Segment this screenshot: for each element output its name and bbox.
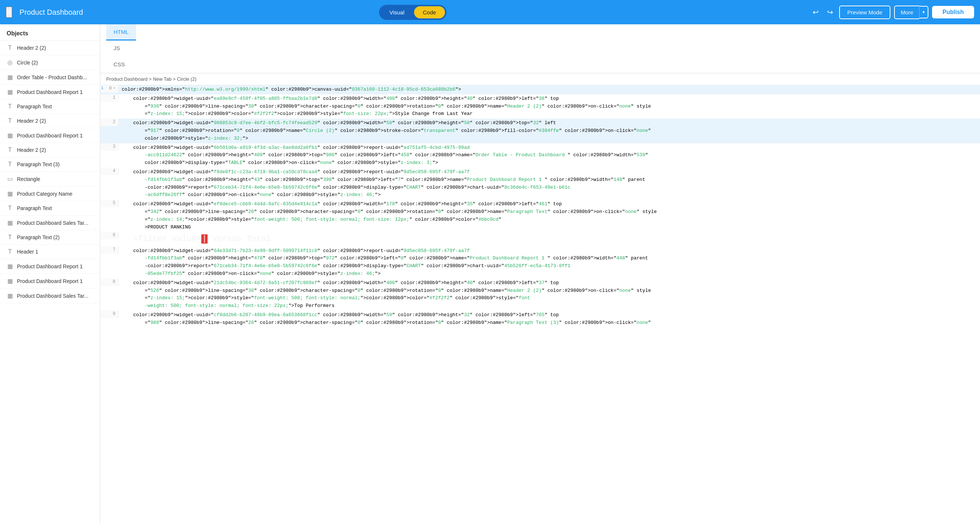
line-number: 0 bbox=[105, 86, 112, 91]
preview-mode-button[interactable]: Preview Mode bbox=[839, 6, 890, 19]
sidebar-item-paragraph-text-3[interactable]: TParagraph Text (3) bbox=[0, 157, 100, 172]
content-area: HTMLJSCSS Product Dashboard > New Tab > … bbox=[100, 24, 980, 524]
table-icon: ▦ bbox=[6, 263, 13, 270]
sidebar-item-label: Header 1 bbox=[17, 249, 38, 255]
visual-toggle-btn[interactable]: Visual bbox=[380, 6, 413, 18]
line-info-icon: i bbox=[101, 86, 103, 90]
more-button[interactable]: More bbox=[894, 6, 919, 19]
line-number: 9 bbox=[109, 311, 115, 316]
text-icon: T bbox=[6, 248, 13, 255]
topbar: ≡ Product Dashboard Visual Code ↩ ↪ Prev… bbox=[0, 0, 980, 24]
sidebar-item-label: Product Dashboard Sales Tar... bbox=[17, 293, 89, 299]
shape-icon: ◎ bbox=[6, 59, 13, 66]
sidebar-item-paragraph-text-2b[interactable]: TParagraph Text (2) bbox=[0, 230, 100, 245]
sidebar-item-label: Paragraph Text bbox=[17, 205, 52, 211]
sidebar-item-paragraph-text[interactable]: TParagraph Text bbox=[0, 100, 100, 114]
line-content-0: color:#2980b9">xmlns="http://www.w3.org/… bbox=[119, 85, 980, 94]
sidebar-item-header2-2[interactable]: THeader 2 (2) bbox=[0, 41, 100, 55]
sidebar-item-product-sales[interactable]: ▦Product Dashboard Sales Tar... bbox=[0, 216, 100, 230]
code-line-9[interactable]: 9 color:#2980b9">widget-uuid="cf8dd2b6-b… bbox=[100, 311, 980, 327]
tab-html[interactable]: HTML bbox=[106, 24, 136, 41]
sidebar-item-label: Product Dashboard Report 1 bbox=[17, 278, 83, 284]
line-number: 4 bbox=[109, 168, 115, 173]
sidebar-item-label: Product Dashboard Report 1 bbox=[17, 133, 83, 138]
shape-icon: ▭ bbox=[6, 175, 13, 183]
code-line-3[interactable]: 3 color:#2980b9">widget-uuid="6b501d0a-a… bbox=[100, 143, 980, 168]
sidebar-header: Objects bbox=[0, 24, 100, 41]
text-icon: T bbox=[6, 234, 13, 241]
code-line-6[interactable]: 6 <filter value>| Versus Total bbox=[100, 232, 980, 246]
publish-button[interactable]: Publish bbox=[932, 6, 974, 18]
sidebar-item-product-dashboard-3[interactable]: ▦Product Dashboard Report 1 bbox=[0, 259, 100, 274]
more-chevron-button[interactable]: ▾ bbox=[919, 6, 928, 18]
sidebar-item-order-table[interactable]: ▦Order Table - Product Dashb... bbox=[0, 70, 100, 85]
code-line-0[interactable]: i0▾color:#2980b9">xmlns="http://www.w3.o… bbox=[100, 85, 980, 94]
line-content-6: <filter value>| Versus Total bbox=[119, 232, 980, 246]
table-icon: ▦ bbox=[6, 219, 13, 226]
sidebar-item-product-dashboard-4[interactable]: ▦Product Dashboard Report 1 bbox=[0, 274, 100, 289]
code-toggle-btn[interactable]: Code bbox=[414, 6, 445, 18]
code-line-5[interactable]: 5 color:#2980b9">widget-uuid="ef8dece5-c… bbox=[100, 200, 980, 232]
sidebar-item-label: Product Dashboard Report 1 bbox=[17, 264, 83, 269]
code-line-2[interactable]: 2 color:#2980b9">widget-uuid="908853c9-d… bbox=[100, 119, 980, 143]
text-icon: T bbox=[6, 44, 13, 51]
sidebar-item-product-category[interactable]: ▦Product Category Name bbox=[0, 186, 100, 201]
text-icon: T bbox=[6, 161, 13, 168]
sidebar-item-label: Product Dashboard Report 1 bbox=[17, 89, 83, 95]
redo-button[interactable]: ↪ bbox=[825, 6, 835, 19]
line-number: 6 bbox=[109, 232, 115, 238]
line-expand-icon[interactable]: ▾ bbox=[113, 86, 115, 90]
line-content-8: color:#2980b9">widget-uuid="21dc54bc-936… bbox=[119, 279, 980, 311]
tab-css[interactable]: CSS bbox=[106, 57, 136, 73]
tab-js[interactable]: JS bbox=[106, 41, 136, 57]
sidebar-item-header2-2b[interactable]: THeader 2 (2) bbox=[0, 114, 100, 128]
line-gutter-2: 2 bbox=[100, 119, 119, 126]
line-number: 1 bbox=[109, 95, 115, 100]
sidebar-item-label: Product Dashboard Sales Tar... bbox=[17, 220, 89, 226]
sidebar-item-rectangle[interactable]: ▭Rectangle bbox=[0, 172, 100, 186]
line-number: 8 bbox=[109, 279, 115, 284]
line-number: 3 bbox=[109, 144, 115, 149]
main-layout: Objects THeader 2 (2)◎Circle (2)▦Order T… bbox=[0, 24, 980, 524]
sidebar: Objects THeader 2 (2)◎Circle (2)▦Order T… bbox=[0, 24, 100, 524]
tabs-bar: HTMLJSCSS bbox=[100, 24, 980, 73]
sidebar-item-product-sales-tar[interactable]: ▦Product Dashboard Sales Tar... bbox=[0, 289, 100, 303]
more-group: More ▾ bbox=[894, 6, 928, 19]
line-content-9: color:#2980b9">widget-uuid="cf8dd2b6-b20… bbox=[119, 311, 980, 327]
menu-icon[interactable]: ≡ bbox=[6, 6, 12, 18]
sidebar-item-circle-2[interactable]: ◎Circle (2) bbox=[0, 55, 100, 70]
line-number: 5 bbox=[109, 200, 115, 206]
sidebar-item-label: Header 2 (2) bbox=[17, 118, 46, 124]
text-icon: T bbox=[6, 103, 13, 110]
sidebar-item-paragraph-text-2[interactable]: TParagraph Text bbox=[0, 201, 100, 216]
sidebar-item-header2-2c[interactable]: THeader 2 (2) bbox=[0, 143, 100, 157]
table-icon: ▦ bbox=[6, 292, 13, 299]
sidebar-item-label: Product Category Name bbox=[17, 191, 72, 197]
text-icon: T bbox=[6, 118, 13, 124]
table-icon: ▦ bbox=[6, 278, 13, 284]
table-icon: ▦ bbox=[6, 190, 13, 197]
text-icon: T bbox=[6, 147, 13, 153]
code-line-7[interactable]: 7 color:#2980b9">widget-uuid="64e33d71-7… bbox=[100, 246, 980, 279]
sidebar-item-product-dashboard-1[interactable]: ▦Product Dashboard Report 1 bbox=[0, 85, 100, 100]
breadcrumb: Product Dashboard > New Tab > Circle (2) bbox=[100, 73, 980, 85]
line-content-3: color:#2980b9">widget-uuid="6b501d0a-a91… bbox=[119, 143, 980, 168]
sidebar-item-label: Header 2 (2) bbox=[17, 45, 46, 51]
code-line-8[interactable]: 8 color:#2980b9">widget-uuid="21dc54bc-9… bbox=[100, 279, 980, 311]
line-number: 7 bbox=[109, 247, 115, 252]
line-gutter-7: 7 bbox=[100, 246, 119, 254]
sidebar-item-product-dashboard-2[interactable]: ▦Product Dashboard Report 1 bbox=[0, 128, 100, 143]
sidebar-item-label: Rectangle bbox=[17, 176, 40, 182]
line-gutter-5: 5 bbox=[100, 200, 119, 207]
sidebar-item-label: Paragraph Text (2) bbox=[17, 234, 60, 240]
code-line-1[interactable]: 1 color:#2980b9">widget-uuid="ea89e9cf-4… bbox=[100, 94, 980, 119]
page-title: Product Dashboard bbox=[19, 8, 375, 17]
line-gutter-6: 6 bbox=[100, 232, 119, 239]
line-content-5: color:#2980b9">widget-uuid="ef8dece5-cbb… bbox=[119, 200, 980, 232]
code-line-4[interactable]: 4 color:#2980b9">widget-uuid="f8de0f1c-c… bbox=[100, 168, 980, 200]
sidebar-item-label: Circle (2) bbox=[17, 60, 38, 65]
line-gutter-1: 1 bbox=[100, 94, 119, 102]
code-editor[interactable]: i0▾color:#2980b9">xmlns="http://www.w3.o… bbox=[100, 85, 980, 524]
sidebar-item-header1[interactable]: THeader 1 bbox=[0, 245, 100, 259]
undo-button[interactable]: ↩ bbox=[810, 6, 821, 19]
